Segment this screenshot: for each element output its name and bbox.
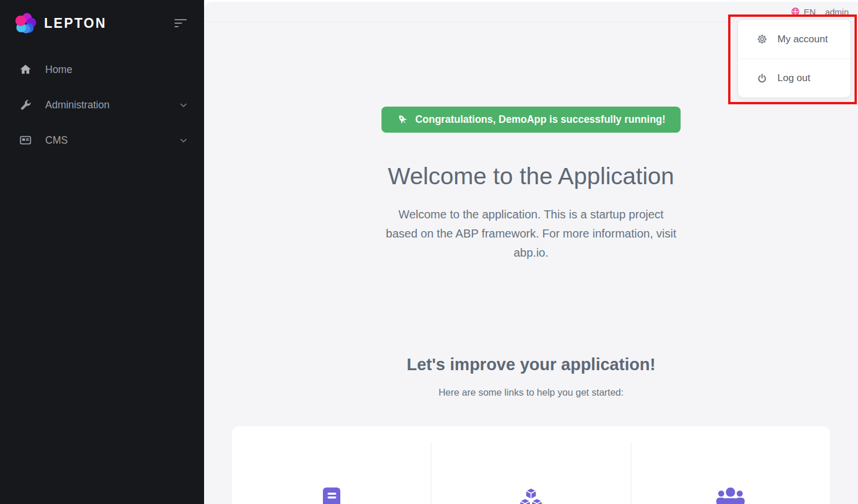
sidebar-item-label: CMS (45, 134, 68, 147)
menu-item-label: Log out (777, 72, 810, 84)
sidebar: LEPTON Home Administration (0, 0, 204, 504)
users-icon (715, 487, 746, 504)
brand-header: LEPTON (0, 0, 204, 35)
menu-item-my-account[interactable]: My account (738, 20, 850, 59)
user-dropdown-menu: My account Log out (737, 19, 851, 98)
brand-name: LEPTON (44, 16, 107, 31)
menu-item-log-out[interactable]: Log out (738, 59, 850, 97)
sidebar-nav: Home Administration (0, 56, 204, 154)
book-icon (321, 487, 342, 504)
user-menu-trigger[interactable]: admin (825, 7, 849, 17)
app-name: DemoApp (499, 114, 547, 125)
page-title: Welcome to the Application (204, 163, 858, 190)
wrench-icon (19, 98, 32, 111)
home-icon (19, 63, 32, 76)
sidebar-item-administration[interactable]: Administration (0, 91, 204, 119)
rocket-icon (397, 114, 409, 126)
improve-subtitle: Here are some links to help you get star… (204, 387, 858, 398)
chevron-down-icon (179, 136, 188, 145)
getting-started-card (232, 426, 830, 504)
chevron-down-icon (179, 101, 188, 109)
cubes-icon (517, 487, 545, 504)
sidebar-item-label: Home (45, 64, 72, 76)
menu-item-label: My account (777, 34, 828, 45)
power-icon (757, 73, 768, 84)
sidebar-item-cms[interactable]: CMS (0, 126, 204, 154)
banner-text: Congratulations, DemoApp is successfully… (415, 114, 666, 126)
link-card-docs[interactable] (232, 443, 431, 504)
link-card-community[interactable] (631, 443, 830, 504)
welcome-text: Welcome to the application. This is a st… (383, 205, 679, 262)
language-label: EN (804, 7, 816, 17)
success-banner: Congratulations, DemoApp is successfully… (381, 107, 681, 133)
gear-icon (757, 34, 768, 45)
newspaper-icon (19, 134, 32, 147)
globe-icon (791, 7, 800, 16)
sidebar-item-home[interactable]: Home (0, 56, 204, 83)
sidebar-item-label: Administration (45, 99, 110, 111)
sidebar-collapse-icon[interactable] (172, 14, 189, 32)
improve-title: Let's improve your application! (204, 355, 858, 374)
language-selector[interactable]: EN (791, 7, 816, 17)
link-card-modules[interactable] (431, 443, 630, 504)
lepton-logo-icon (14, 12, 37, 35)
